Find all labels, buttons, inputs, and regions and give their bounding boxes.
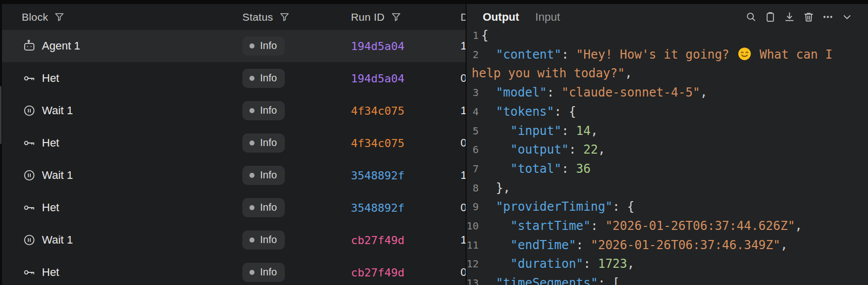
status-badge: Info [242,36,285,56]
duration-value-truncated: 0 [461,136,466,150]
output-panel: 1{2 "content": "Hey! How's it going? Wha… [467,4,868,285]
block-name: Het [42,136,59,150]
status-badge: Info [242,198,285,217]
pause-icon [23,104,36,117]
key-icon [23,72,36,85]
code-text: "model": "claude-sonnet-4-5", [481,85,707,100]
search-icon[interactable] [745,11,757,23]
code-text: "output": 22, [481,142,605,157]
column-header-run-id: Run ID [351,4,401,30]
code-text: "content": "Hey! How's it going? What ca… [481,47,833,62]
code-text: "providerTiming": { [481,200,634,214]
status-dot-icon [249,270,254,275]
code-text: "tokens": { [481,105,576,119]
run-id-link[interactable]: cb27f49d [351,266,404,279]
table-row[interactable]: Wait 1 Info 4f34c075 10 [2,94,466,127]
status-label: Info [260,266,277,278]
ellipsis-icon[interactable] [822,11,834,23]
run-id-link[interactable]: 194d5a04 [351,72,404,85]
table-row[interactable]: Wait 1 Info 3548892f 10 [2,159,466,192]
line-number: 11 [467,235,479,255]
run-id-link[interactable]: 3548892f [351,202,404,214]
output-panel-header: Output Input [467,4,868,30]
code-text: { [481,28,488,42]
status-dot-icon [249,140,254,146]
run-id-link[interactable]: 4f34c075 [351,137,404,150]
filter-icon[interactable] [54,12,65,22]
status-label: Info [260,40,277,52]
code-text: }, [481,181,510,195]
json-code-viewer: 1{2 "content": "Hey! How's it going? Wha… [467,4,868,285]
line-number: 8 [467,178,479,198]
status-label: Info [260,137,277,149]
left-scrollbar-thumb[interactable] [0,86,2,144]
block-name: Wait 1 [42,233,73,247]
table-header: Block Status Run ID D [2,4,466,30]
tab-input[interactable]: Input [535,11,560,24]
chevron-down-icon[interactable] [841,11,853,23]
code-line: 11 "endTime": "2026-01-26T06:37:46.349Z"… [467,235,868,255]
robot-icon [23,39,36,53]
status-dot-icon [249,43,254,49]
block-name: Het [42,72,59,85]
tab-output[interactable]: Output [483,11,519,24]
block-name: Het [42,266,59,279]
duration-value-truncated: 0 [461,201,466,214]
filter-icon[interactable] [391,12,401,22]
code-line: 12 "duration": 1723, [467,254,868,273]
trash-icon[interactable] [802,11,814,23]
line-number: 6 [467,140,479,159]
smiling-emoji-icon [738,47,751,61]
code-line: 9 "providerTiming": { [467,197,868,216]
line-number: 3 [467,83,479,102]
table-row[interactable]: Het Info 194d5a04 0 [2,62,466,94]
status-label: Info [260,169,277,181]
status-dot-icon [249,76,254,81]
run-id-link[interactable]: 4f34c075 [351,105,404,117]
clipboard-icon[interactable] [764,11,776,23]
table-row[interactable]: Het Info 3548892f 0 [2,192,466,224]
status-badge: Info [242,230,285,250]
status-label: Info [260,105,277,116]
code-line: 5 "input": 14, [467,121,868,140]
block-name: Wait 1 [42,104,73,117]
code-line: 7 "total": 36 [467,159,868,178]
table-row[interactable]: Agent 1 Info 194d5a04 1. [2,30,466,62]
pause-icon [23,233,36,247]
duration-value-truncated: 1. [461,39,466,53]
duration-value-truncated: 10 [461,233,466,247]
run-id-link[interactable]: cb27f49d [351,234,404,247]
code-text: help you with today?", [481,66,632,80]
code-line: 10 "startTime": "2026-01-26T06:37:44.626… [467,216,868,235]
column-label-run-id: Run ID [351,11,385,23]
line-number: 4 [467,102,479,121]
column-label-block: Block [22,11,48,23]
status-badge: Info [242,133,285,153]
run-id-link[interactable]: 3548892f [351,169,404,182]
line-number: 2 [467,45,479,64]
status-dot-icon [249,238,254,243]
code-text: "total": 36 [481,162,591,176]
filter-icon[interactable] [279,12,290,22]
run-id-link[interactable]: 194d5a04 [351,40,404,53]
key-icon [23,266,36,279]
line-number: 7 [467,159,479,178]
code-text: "timeSegments": [ [481,276,620,285]
blocks-table-panel: Block Status Run ID D Agent 1 Info 194d5… [2,4,466,285]
status-badge: Info [242,263,285,282]
table-row[interactable]: Wait 1 Info cb27f49d 10 [2,224,466,256]
download-icon[interactable] [783,11,795,23]
status-label: Info [260,72,277,84]
status-dot-icon [249,205,254,210]
block-name: Wait 1 [42,169,73,182]
line-number: 9 [467,197,479,216]
code-text: "duration": 1723, [481,257,634,271]
table-row[interactable]: Het Info cb27f49d 0 [2,256,466,285]
block-name: Het [42,201,59,214]
key-icon [23,201,36,214]
status-badge: Info [242,101,285,120]
code-text: "input": 14, [481,124,598,138]
code-text: "startTime": "2026-01-26T06:37:44.626Z", [481,219,802,233]
status-label: Info [260,234,277,246]
table-row[interactable]: Het Info 4f34c075 0 [2,127,466,159]
